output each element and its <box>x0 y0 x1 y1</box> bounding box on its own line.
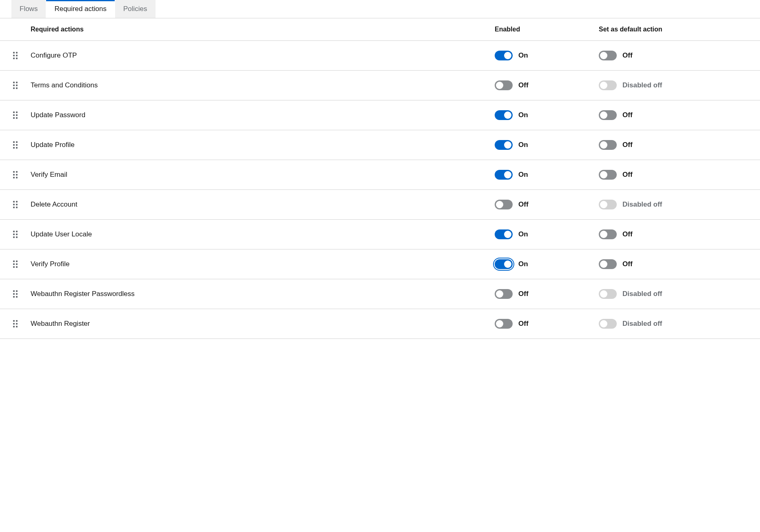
enabled-toggle-label: On <box>518 230 528 238</box>
table-row: Verify EmailOnOff <box>0 160 760 190</box>
action-name: Configure OTP <box>31 51 495 60</box>
default-toggle-label: Disabled off <box>622 290 662 298</box>
enabled-cell: On <box>495 140 599 150</box>
default-cell: Disabled off <box>599 80 760 90</box>
drag-handle-icon[interactable] <box>0 231 31 238</box>
enabled-toggle-label: On <box>518 171 528 179</box>
table-row: Terms and ConditionsOffDisabled off <box>0 71 760 100</box>
default-cell: Disabled off <box>599 200 760 209</box>
table-header: Required actions Enabled Set as default … <box>0 18 760 41</box>
enabled-toggle[interactable] <box>495 140 513 150</box>
tab-flows[interactable]: Flows <box>11 0 46 18</box>
header-default: Set as default action <box>599 26 760 33</box>
default-cell: Off <box>599 229 760 239</box>
default-cell: Off <box>599 140 760 150</box>
drag-handle-icon[interactable] <box>0 171 31 178</box>
default-cell: Disabled off <box>599 319 760 329</box>
default-toggle <box>599 80 617 90</box>
enabled-toggle[interactable] <box>495 80 513 90</box>
action-name: Verify Email <box>31 171 495 179</box>
drag-handle-icon[interactable] <box>0 320 31 327</box>
drag-handle-icon[interactable] <box>0 201 31 208</box>
table-row: Delete AccountOffDisabled off <box>0 190 760 220</box>
enabled-cell: On <box>495 170 599 180</box>
drag-handle-icon[interactable] <box>0 82 31 89</box>
default-toggle <box>599 319 617 329</box>
enabled-toggle[interactable] <box>495 289 513 299</box>
tab-policies[interactable]: Policies <box>115 0 156 18</box>
enabled-toggle-label: On <box>518 260 528 268</box>
default-toggle-label: Disabled off <box>622 81 662 89</box>
enabled-cell: Off <box>495 319 599 329</box>
default-toggle[interactable] <box>599 51 617 60</box>
action-name: Delete Account <box>31 200 495 209</box>
default-cell: Off <box>599 170 760 180</box>
tabs-bar: FlowsRequired actionsPolicies <box>0 0 760 18</box>
enabled-toggle[interactable] <box>495 200 513 209</box>
enabled-toggle[interactable] <box>495 170 513 180</box>
header-drag-spacer <box>0 26 31 33</box>
table-row: Verify ProfileOnOff <box>0 249 760 279</box>
default-toggle[interactable] <box>599 259 617 269</box>
action-name: Update User Locale <box>31 230 495 238</box>
default-toggle <box>599 289 617 299</box>
default-toggle-label: Off <box>622 111 633 119</box>
enabled-cell: Off <box>495 80 599 90</box>
default-toggle[interactable] <box>599 170 617 180</box>
enabled-toggle-label: Off <box>518 320 529 328</box>
enabled-cell: On <box>495 110 599 120</box>
header-enabled: Enabled <box>495 26 599 33</box>
default-cell: Off <box>599 110 760 120</box>
enabled-toggle-label: On <box>518 51 528 60</box>
enabled-cell: On <box>495 229 599 239</box>
enabled-toggle-label: Off <box>518 200 529 209</box>
default-toggle-label: Disabled off <box>622 320 662 328</box>
table-row: Webauthn RegisterOffDisabled off <box>0 309 760 339</box>
table-row: Update ProfileOnOff <box>0 130 760 160</box>
action-name: Verify Profile <box>31 260 495 268</box>
default-toggle-label: Off <box>622 51 633 60</box>
enabled-toggle-label: Off <box>518 81 529 89</box>
default-toggle[interactable] <box>599 110 617 120</box>
default-toggle-label: Off <box>622 230 633 238</box>
header-name: Required actions <box>31 26 495 33</box>
action-name: Webauthn Register <box>31 320 495 328</box>
default-cell: Disabled off <box>599 289 760 299</box>
action-name: Webauthn Register Passwordless <box>31 290 495 298</box>
default-toggle-label: Off <box>622 260 633 268</box>
required-actions-table: Required actions Enabled Set as default … <box>0 18 760 339</box>
table-row: Update User LocaleOnOff <box>0 220 760 249</box>
default-toggle-label: Off <box>622 141 633 149</box>
enabled-toggle-label: On <box>518 141 528 149</box>
enabled-toggle[interactable] <box>495 51 513 60</box>
default-toggle-label: Off <box>622 171 633 179</box>
drag-handle-icon[interactable] <box>0 260 31 268</box>
default-toggle-label: Disabled off <box>622 200 662 209</box>
drag-handle-icon[interactable] <box>0 52 31 59</box>
enabled-toggle[interactable] <box>495 259 513 269</box>
action-name: Update Profile <box>31 141 495 149</box>
tab-required-actions[interactable]: Required actions <box>46 0 115 18</box>
drag-handle-icon[interactable] <box>0 141 31 149</box>
default-toggle[interactable] <box>599 140 617 150</box>
default-cell: Off <box>599 51 760 60</box>
enabled-toggle[interactable] <box>495 319 513 329</box>
drag-handle-icon[interactable] <box>0 290 31 298</box>
enabled-cell: Off <box>495 289 599 299</box>
enabled-cell: On <box>495 51 599 60</box>
default-toggle[interactable] <box>599 229 617 239</box>
table-row: Update PasswordOnOff <box>0 100 760 130</box>
enabled-toggle-label: Off <box>518 290 529 298</box>
action-name: Update Password <box>31 111 495 119</box>
enabled-toggle[interactable] <box>495 229 513 239</box>
table-row: Configure OTPOnOff <box>0 41 760 71</box>
drag-handle-icon[interactable] <box>0 111 31 119</box>
enabled-cell: On <box>495 259 599 269</box>
default-cell: Off <box>599 259 760 269</box>
enabled-toggle[interactable] <box>495 110 513 120</box>
enabled-cell: Off <box>495 200 599 209</box>
action-name: Terms and Conditions <box>31 81 495 89</box>
table-row: Webauthn Register PasswordlessOffDisable… <box>0 279 760 309</box>
default-toggle <box>599 200 617 209</box>
enabled-toggle-label: On <box>518 111 528 119</box>
